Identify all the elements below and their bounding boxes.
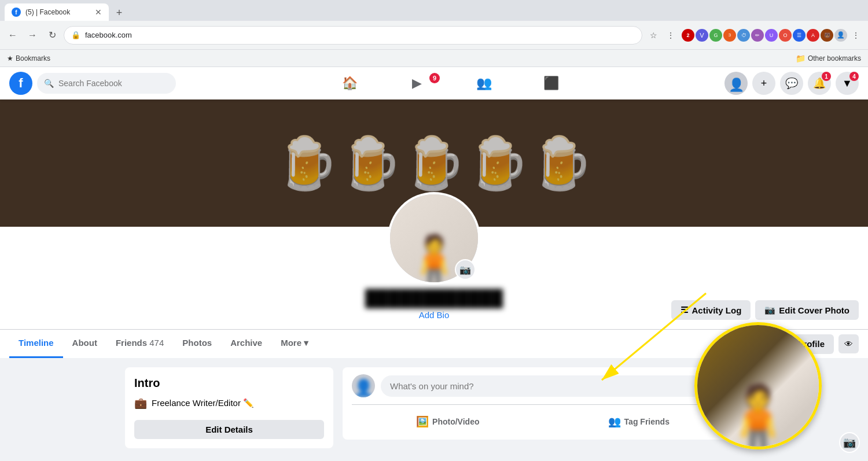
nav-gaming[interactable]: ⬛ [518, 71, 583, 96]
address-bar[interactable]: 🔒 facebook.com [64, 26, 642, 45]
profile-cover: 🍺 🍺 🍺 🍺 🍺 🧍 [0, 99, 868, 329]
profile-feed: 👤 🖼️ Photo/Video 👥 Tag Friends [343, 367, 743, 458]
messenger-button[interactable]: 💬 [780, 72, 803, 95]
photo-icon: 🖼️ [416, 415, 429, 428]
change-profile-photo-button[interactable]: 📷 [455, 259, 476, 280]
post-input[interactable] [381, 375, 734, 397]
search-icon: 🔍 [44, 79, 54, 88]
notifications-button[interactable]: 🔔 1 [808, 72, 831, 95]
tab-favicon: f [12, 8, 21, 17]
profile-section: 🧍 📷 ████████████ Add Bio ☰ Activity Log [0, 227, 868, 329]
chrome-menu-button[interactable]: ⋮ [848, 28, 863, 43]
tag-icon: 👥 [608, 415, 621, 428]
main-navigation: 🏠 ▶ 9 👥 ⬛ [181, 71, 720, 96]
forward-button[interactable]: → [24, 27, 41, 43]
zoom-annotation-circle: 🧍 [694, 322, 822, 449]
tab-more[interactable]: More ▾ [271, 330, 318, 358]
tag-friends-button[interactable]: 👥 Tag Friends [599, 411, 679, 433]
post-box-top: 👤 [352, 374, 734, 397]
tab-title: (5) | Facebook [25, 8, 90, 16]
active-tab[interactable]: f (5) | Facebook ✕ [5, 3, 109, 21]
nav-video[interactable]: ▶ 9 [384, 71, 449, 96]
profile-actions: ☰ Activity Log 📷 Edit Cover Photo [671, 300, 859, 320]
briefcase-icon: 💼 [134, 397, 147, 410]
activity-log-icon: ☰ [681, 305, 688, 315]
search-input[interactable] [58, 79, 169, 88]
header-actions: 👤 + 💬 🔔 1 ▼ 4 [724, 72, 859, 95]
bookmark-button[interactable]: ☆ [646, 28, 661, 43]
bookmarks-bar: ★ Bookmarks 📁 Other bookmarks [0, 50, 868, 67]
star-icon: ★ [7, 54, 13, 62]
facebook-logo: f [9, 72, 32, 95]
tab-about[interactable]: About [63, 330, 106, 358]
preview-profile-button[interactable]: 👁 [838, 334, 859, 353]
ext-6[interactable]: ✏ [751, 29, 764, 42]
search-bar[interactable]: 🔍 [37, 73, 176, 94]
create-button[interactable]: + [752, 72, 775, 95]
back-button[interactable]: ← [5, 27, 21, 43]
edit-cover-photo-button[interactable]: 📷 Edit Cover Photo [755, 300, 859, 320]
ext-1[interactable]: 2 [682, 29, 694, 42]
extensions-button[interactable]: ⋮ [663, 28, 678, 43]
facebook-header: f 🔍 🏠 ▶ 9 👥 ⬛ 👤 + 💬 [0, 67, 868, 99]
intro-card: Intro 💼 Freelance Writer/Editor ✏️ Edit … [125, 367, 333, 448]
menu-badge: 4 [849, 72, 859, 81]
other-bookmarks[interactable]: 📁 Other bookmarks [796, 54, 861, 63]
ext-8[interactable]: O [779, 29, 792, 42]
intro-title: Intro [134, 377, 324, 390]
browser-toolbar: ← → ↻ 🔒 facebook.com ☆ ⋮ 2 V G 3 ⏱ ✏ U O… [0, 21, 868, 50]
profile-menu-button[interactable]: 👤 [724, 72, 748, 95]
ext-9[interactable]: ☰ [793, 29, 806, 42]
tab-photos[interactable]: Photos [173, 330, 221, 358]
friends-count: 474 [149, 338, 164, 348]
profile-name: ████████████ [365, 289, 503, 308]
zoom-circle-image: 🧍 [697, 325, 819, 447]
ext-7[interactable]: U [765, 29, 778, 42]
tab-close-button[interactable]: ✕ [95, 8, 102, 17]
ssl-lock-icon: 🔒 [71, 31, 80, 39]
profile-main: Intro 💼 Freelance Writer/Editor ✏️ Edit … [116, 358, 752, 461]
ext-11[interactable]: 🐻 [821, 29, 833, 42]
menu-button[interactable]: ▼ 4 [836, 72, 859, 95]
job-title-text: Freelance Writer/Editor ✏️ [152, 398, 254, 408]
camera-icon: 📷 [764, 305, 775, 315]
extension-icons: 2 V G 3 ⏱ ✏ U O ☰ A 🐻 👤 ⋮ [682, 28, 863, 43]
zoom-camera-button: 📷 [839, 432, 860, 453]
nav-groups[interactable]: 👥 [451, 71, 516, 96]
ext-3[interactable]: G [709, 29, 722, 42]
post-box: 👤 🖼️ Photo/Video 👥 Tag Friends [343, 367, 743, 440]
ext-2[interactable]: V [696, 29, 708, 42]
profile-info: 🧍 📷 ████████████ Add Bio ☰ Activity Log [9, 227, 859, 329]
ext-4[interactable]: 3 [723, 29, 736, 42]
activity-log-button[interactable]: ☰ Activity Log [671, 300, 751, 320]
video-badge: 9 [429, 73, 440, 83]
ext-5[interactable]: ⏱ [737, 29, 750, 42]
profile-avatar-wrapper: 🧍 📷 [388, 192, 480, 285]
tab-friends[interactable]: Friends 474 [106, 330, 173, 358]
profile-nav-tabs: Timeline About Friends 474 Photos Archiv… [9, 330, 755, 358]
profile-avatar-icon[interactable]: 👤 [834, 29, 847, 42]
edit-details-button[interactable]: Edit Details [134, 420, 324, 439]
post-box-avatar: 👤 [352, 374, 375, 397]
eye-icon: 👁 [844, 339, 853, 349]
nav-home[interactable]: 🏠 [317, 71, 382, 96]
chevron-down-icon: ▾ [304, 338, 308, 348]
toolbar-actions: ☆ ⋮ [646, 28, 678, 43]
ext-10[interactable]: A [807, 29, 819, 42]
bookmarks-label[interactable]: ★ Bookmarks [7, 54, 50, 62]
new-tab-button[interactable]: + [111, 5, 127, 21]
tab-timeline[interactable]: Timeline [9, 330, 63, 358]
tab-archive[interactable]: Archive [221, 330, 271, 358]
photo-video-button[interactable]: 🖼️ Photo/Video [407, 411, 488, 433]
add-bio-button[interactable]: Add Bio [419, 310, 450, 320]
post-actions: 🖼️ Photo/Video 👥 Tag Friends [352, 404, 734, 433]
job-title-item: 💼 Freelance Writer/Editor ✏️ [134, 397, 324, 410]
reload-button[interactable]: ↻ [44, 27, 60, 43]
notifications-badge: 1 [822, 72, 831, 81]
url-text: facebook.com [85, 31, 635, 39]
browser-tabs: f (5) | Facebook ✕ + [0, 0, 868, 21]
zoom-person-icon: 🧍 [715, 386, 801, 447]
profile-sidebar: Intro 💼 Freelance Writer/Editor ✏️ Edit … [125, 367, 333, 458]
